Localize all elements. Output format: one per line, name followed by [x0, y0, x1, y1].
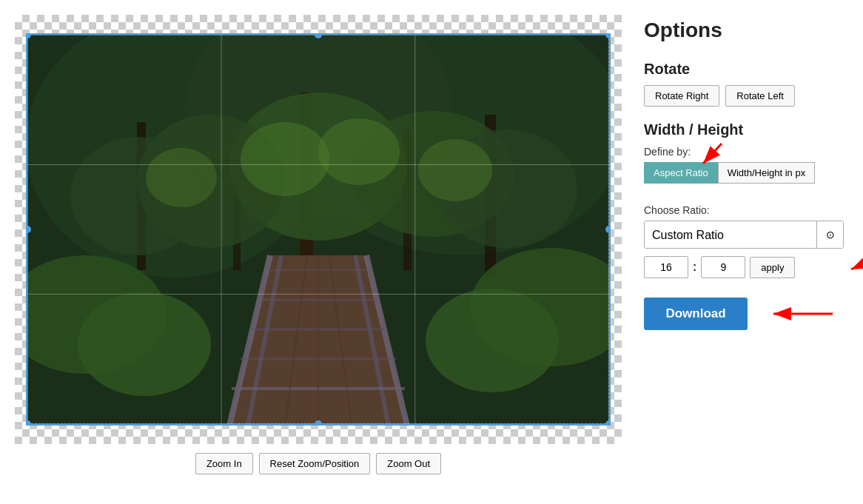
forest-image: [26, 33, 611, 426]
ratio-colon: :: [693, 261, 696, 274]
main-layout: Zoom In Reset Zoom/Position Zoom Out Opt…: [15, 15, 848, 474]
svg-point-21: [426, 289, 559, 392]
download-button[interactable]: Download: [644, 298, 748, 330]
define-by-buttons: Aspect Ratio Width/Height in px: [644, 162, 815, 184]
ratio-select-wrapper: Custom Ratio 1:1 4:3 16:9 3:2 ⊙: [644, 221, 844, 249]
rotate-buttons: Rotate Right Rotate Left: [644, 85, 844, 107]
arrow-to-apply: [836, 249, 863, 278]
rotate-section: Rotate Rotate Right Rotate Left: [644, 61, 844, 107]
arrow-to-aspect-ratio: [681, 140, 725, 169]
image-section: Zoom In Reset Zoom/Position Zoom Out: [15, 15, 622, 474]
svg-point-17: [146, 148, 217, 207]
wh-section: Width / Height Define by: Aspect Ratio W…: [644, 121, 844, 330]
image-container: [15, 15, 622, 444]
svg-point-14: [241, 122, 329, 196]
apply-button[interactable]: apply: [750, 257, 795, 278]
rotate-left-button[interactable]: Rotate Left: [725, 85, 795, 107]
ratio-width-input[interactable]: [644, 256, 688, 278]
ratio-height-input[interactable]: [701, 256, 745, 278]
ratio-select[interactable]: Custom Ratio 1:1 4:3 16:9 3:2: [645, 223, 816, 247]
svg-line-36: [703, 144, 722, 164]
arrow-to-download: [762, 299, 836, 329]
wh-section-title: Width / Height: [644, 121, 844, 138]
options-panel: Options Rotate Rotate Right Rotate Left …: [644, 15, 844, 330]
ratio-inputs: : apply: [644, 256, 795, 278]
svg-point-20: [78, 292, 211, 396]
svg-point-16: [418, 139, 492, 201]
rotate-section-title: Rotate: [644, 61, 844, 78]
reset-zoom-button[interactable]: Reset Zoom/Position: [259, 453, 371, 474]
ratio-dropdown-arrow[interactable]: ⊙: [816, 221, 843, 248]
options-title: Options: [644, 19, 844, 42]
svg-point-15: [318, 118, 400, 185]
px-button[interactable]: Width/Height in px: [718, 162, 816, 184]
zoom-out-button[interactable]: Zoom Out: [376, 453, 441, 474]
define-by-label: Define by:: [644, 146, 844, 158]
image-controls: Zoom In Reset Zoom/Position Zoom Out: [195, 453, 441, 474]
rotate-right-button[interactable]: Rotate Right: [644, 85, 719, 107]
image-canvas: [26, 33, 611, 426]
zoom-in-button[interactable]: Zoom In: [195, 453, 253, 474]
svg-line-38: [851, 255, 863, 269]
choose-ratio-label: Choose Ratio:: [644, 204, 844, 216]
